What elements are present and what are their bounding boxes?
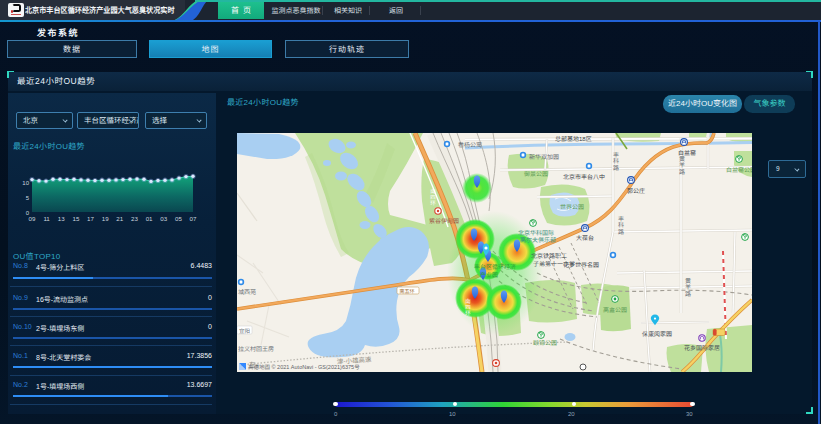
svg-text:总部基地18区: 总部基地18区 [555,135,592,142]
svg-text:23: 23 [131,215,138,222]
svg-text:5: 5 [26,195,30,201]
svg-text:黄羊路: 黄羊路 [679,155,685,175]
svg-text:南四环: 南四环 [465,298,471,316]
svg-text:南五环: 南五环 [400,288,415,294]
svg-text:高尔夫俱乐部: 高尔夫俱乐部 [520,236,556,243]
svg-text:拉义村回王房: 拉义村回王房 [238,345,274,352]
svg-text:01: 01 [146,215,153,222]
svg-text:丰科路: 丰科路 [618,215,624,235]
svg-text:丰科路: 丰科路 [613,151,619,171]
svg-text:21: 21 [116,215,123,222]
svg-text:丰台区循环经济: 丰台区循环经济 [474,263,516,270]
svg-text:大葆台: 大葆台 [576,234,594,241]
svg-text:世界公园: 世界公园 [560,204,584,210]
svg-text:北京市丰台八中: 北京市丰台八中 [563,173,605,180]
svg-text:白盆窑公园: 白盆窑公园 [726,166,752,173]
svg-text:北京铁路职工: 北京铁路职工 [531,252,567,259]
svg-text:北京华科国际: 北京华科国际 [518,229,554,236]
svg-text:19: 19 [102,215,109,222]
svg-text:05: 05 [175,215,182,222]
svg-text:11: 11 [43,215,50,222]
svg-text:15: 15 [72,215,79,222]
svg-text:宜阳: 宜阳 [239,328,250,334]
svg-text:看杨公寓: 看杨公寓 [458,141,482,148]
svg-text:13: 13 [58,215,65,222]
svg-text:御景公园: 御景公园 [524,170,548,177]
svg-text:高鑫公园: 高鑫公园 [603,306,627,313]
svg-text:07: 07 [190,215,197,222]
svg-text:白盆窑: 白盆窑 [678,149,696,156]
svg-text:郭公庄: 郭公庄 [627,187,645,194]
svg-text:03: 03 [160,215,167,222]
svg-text:颐锦公园: 颐锦公园 [533,339,557,346]
svg-text:紫谷伊甸园: 紫谷伊甸园 [429,217,459,224]
svg-text:17: 17 [87,215,94,222]
svg-text:新华双加园: 新华双加园 [529,153,559,160]
svg-text:保康阅家园: 保康阅家园 [642,330,672,338]
svg-text:产业园: 产业园 [480,271,498,278]
svg-text:花乡国际家居: 花乡国际家居 [684,344,720,351]
svg-text:花乡世界名园: 花乡世界名园 [563,261,599,268]
svg-text:城西苑: 城西苑 [238,288,256,295]
svg-text:南四环: 南四环 [430,188,436,206]
svg-text:高德地图 © 2021 AutoNavi - GS(2021: 高德地图 © 2021 AutoNavi - GS(2021)6375号 [248,364,360,370]
svg-text:09: 09 [29,215,36,222]
svg-text:10: 10 [22,180,29,186]
svg-text:黄羊路: 黄羊路 [685,277,691,297]
